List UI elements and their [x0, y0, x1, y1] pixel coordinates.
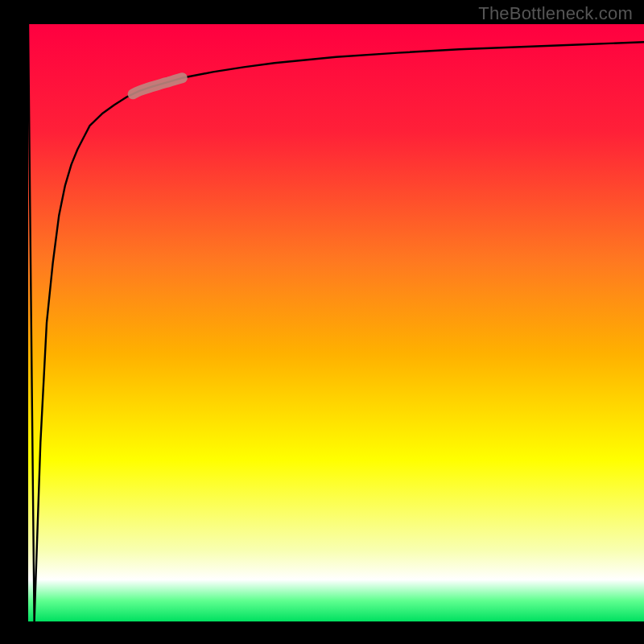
bottleneck-chart	[0, 0, 644, 644]
watermark-text: TheBottleneck.com	[478, 3, 633, 24]
plot-background	[28, 24, 644, 621]
chart-stage: TheBottleneck.com	[0, 0, 644, 644]
